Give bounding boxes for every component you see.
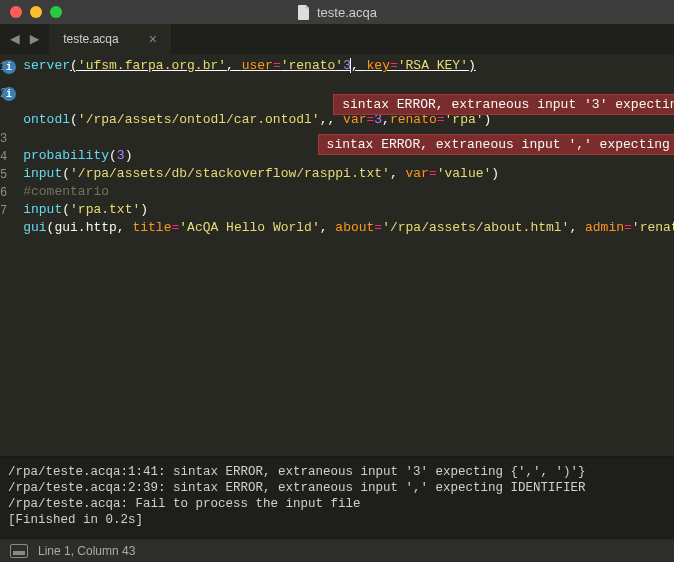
output-line: [Finished in 0.2s] <box>8 513 143 527</box>
gutter-line[interactable]: 4 <box>0 148 15 166</box>
code-line[interactable]: #comentario <box>23 184 674 202</box>
gutter-line[interactable]: i 1 <box>0 58 15 76</box>
gutter-line[interactable]: 3 <box>0 112 15 148</box>
tab-bar: ◀ ▶ teste.acqa × <box>0 24 674 54</box>
code-line[interactable]: input('rpa.txt') <box>23 202 674 220</box>
gutter-line[interactable]: 5 <box>0 166 15 184</box>
output-line: /rpa/teste.acqa:2:39: sintax ERROR, extr… <box>8 481 586 495</box>
window-title: teste.acqa <box>297 4 377 20</box>
tab-label: teste.acqa <box>63 32 118 46</box>
code-line[interactable]: server('ufsm.farpa.org.br', user='renato… <box>23 58 674 76</box>
gutter: i 1 i 2 3 4 5 6 7 <box>0 54 15 456</box>
nav-arrows: ◀ ▶ <box>0 24 49 54</box>
code-area[interactable]: server('ufsm.farpa.org.br', user='renato… <box>15 54 674 456</box>
code-line[interactable]: gui(gui.http, title='AcQA Hello World', … <box>23 220 674 238</box>
tab-file[interactable]: teste.acqa × <box>49 24 172 54</box>
nav-forward-icon[interactable]: ▶ <box>30 29 40 49</box>
output-line: /rpa/teste.acqa:1:41: sintax ERROR, extr… <box>8 465 586 479</box>
gutter-line[interactable]: 7 <box>0 202 15 220</box>
info-marker-icon[interactable]: i <box>2 87 16 101</box>
window-title-text: teste.acqa <box>317 5 377 20</box>
code-line: sintax ERROR, extraneous input ',' expec… <box>23 130 674 148</box>
tab-close-icon[interactable]: × <box>149 31 157 47</box>
panel-toggle-icon[interactable] <box>10 544 28 558</box>
gutter-line[interactable]: i 2 <box>0 76 15 112</box>
titlebar: teste.acqa <box>0 0 674 24</box>
code-line[interactable]: input('/rpa/assets/db/stackoverflow/rasp… <box>23 166 674 184</box>
minimize-icon[interactable] <box>30 6 42 18</box>
error-tooltip: sintax ERROR, extraneous input ',' expec… <box>318 134 674 155</box>
close-icon[interactable] <box>10 6 22 18</box>
traffic-lights <box>0 6 62 18</box>
info-marker-icon[interactable]: i <box>2 60 16 74</box>
statusbar: Line 1, Column 43 <box>0 538 674 562</box>
error-tooltip: sintax ERROR, extraneous input '3' expec… <box>333 94 674 115</box>
gutter-line[interactable]: 6 <box>0 184 15 202</box>
code-line: sintax ERROR, extraneous input '3' expec… <box>23 76 674 112</box>
nav-back-icon[interactable]: ◀ <box>10 29 20 49</box>
maximize-icon[interactable] <box>50 6 62 18</box>
cursor-position[interactable]: Line 1, Column 43 <box>38 544 135 558</box>
editor[interactable]: i 1 i 2 3 4 5 6 7 server('ufsm.farpa.org… <box>0 54 674 456</box>
output-panel[interactable]: /rpa/teste.acqa:1:41: sintax ERROR, extr… <box>0 458 674 538</box>
output-line: /rpa/teste.acqa: Fail to process the inp… <box>8 497 361 511</box>
document-icon <box>297 4 311 20</box>
